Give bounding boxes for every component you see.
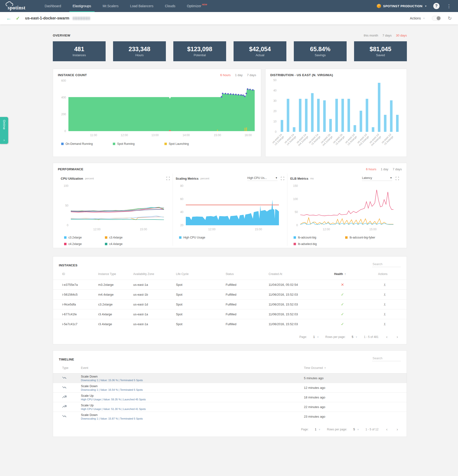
event-cell: Scale DownDownscaling 1 | Value: 15.06 %… xyxy=(81,375,304,382)
legend-swatch xyxy=(164,143,167,145)
scaling-metric-select[interactable]: High CPU Us... ▼ xyxy=(247,176,277,181)
nav-item-dashboard[interactable]: Dashboard xyxy=(39,0,67,12)
legend-label: c4.2xlarge xyxy=(68,242,82,246)
page-select[interactable]: 1▼ xyxy=(313,335,319,339)
timeline-row[interactable]: Scale DownDownscaling 1 | Value: 15.87 %… xyxy=(53,412,407,421)
nav-item-load-balancers[interactable]: Load Balancers xyxy=(124,0,159,12)
nav-item-optimizer[interactable]: OptimizerNEW xyxy=(181,0,213,12)
online-side-tab[interactable]: Online › xyxy=(0,117,8,144)
cell-id: i-5e7c41c7 xyxy=(62,322,98,326)
time-filter-6-hours[interactable]: 6 hours xyxy=(220,73,231,77)
health-ok-icon: ✓ xyxy=(334,312,378,316)
detach-instance-icon[interactable]: ✂ xyxy=(383,293,387,296)
page-select[interactable]: 1▼ xyxy=(315,428,321,431)
column-header-created-at[interactable]: Created At xyxy=(269,272,334,276)
time-filter-1-day[interactable]: 1 day xyxy=(235,73,243,77)
timeline-row[interactable]: Scale UpHigh CPU Usage | Value: 51.30 % … xyxy=(53,402,407,412)
expand-icon[interactable] xyxy=(281,177,284,180)
expand-icon[interactable] xyxy=(396,177,399,180)
page-label: Page: xyxy=(299,335,307,339)
legend-label: lb-adselect-big xyxy=(298,242,316,246)
kebab-menu-icon[interactable]: ⋮ xyxy=(446,3,452,9)
instance-row[interactable]: i-e3755e7am3.2xlargeus-east-1aSpotFulfil… xyxy=(53,280,407,289)
nav-item-clouds[interactable]: Clouds xyxy=(159,0,181,12)
rows-per-page-select[interactable]: 5▼ xyxy=(353,428,359,431)
instance-row[interactable]: i-5e7c41c7r3.4xlargeus-east-1aSpotFulfil… xyxy=(53,319,407,329)
instances-search-input[interactable] xyxy=(372,261,401,267)
time-filter-7-days[interactable]: 7 days xyxy=(393,167,402,171)
next-page-button[interactable]: › xyxy=(395,427,400,432)
timeline-row[interactable]: Scale UpHigh CPU Usage | Value: 59.35 % … xyxy=(53,392,407,402)
svg-text:11:00: 11:00 xyxy=(90,134,97,137)
time-filter-6-hours[interactable]: 6 hours xyxy=(366,167,376,171)
card-label: Actual xyxy=(256,53,264,57)
legend-item-on-demand-running: On-Demand Running xyxy=(61,142,113,145)
column-header-type[interactable]: Type xyxy=(62,366,81,370)
column-header-time-occurred[interactable]: Time Occurred↑ xyxy=(304,366,398,370)
nav-item-elastigroups[interactable]: Elastigroups xyxy=(67,0,97,12)
svg-text:50: 50 xyxy=(273,78,277,82)
overview-card-saved: $81,045Saved xyxy=(354,41,407,61)
instance-row[interactable]: i-561564c5m4.4xlargeus-east-1bSpotFulfil… xyxy=(53,289,407,299)
nav-item-mr-scalers[interactable]: Mr.Scalers xyxy=(97,0,124,12)
next-page-button[interactable]: › xyxy=(395,335,400,339)
prev-page-button[interactable]: ‹ xyxy=(385,427,389,432)
timeline-search-input[interactable] xyxy=(372,356,401,361)
legend-item-high-cpu-usage: High CPU Usage xyxy=(179,236,227,239)
detach-instance-icon[interactable]: ✂ xyxy=(383,313,387,316)
column-header-life-cycle[interactable]: Life Cycle xyxy=(176,272,226,276)
account-switcher[interactable]: SPOTINST PRODUCTION ▼ xyxy=(377,4,427,8)
top-nav: spotinst DashboardElastigroupsMr.Scalers… xyxy=(0,0,458,12)
cell-status: Fulfilled xyxy=(226,293,269,296)
time-filter-this-month[interactable]: this month xyxy=(364,34,378,37)
scaling-metrics-chart: 2040608012:0015:00 xyxy=(176,182,281,234)
rows-per-page-select[interactable]: 5▼ xyxy=(352,335,358,339)
legend-swatch xyxy=(64,243,67,245)
svg-text:150: 150 xyxy=(293,184,298,187)
cpu-legend: c3.2xlargec3.4xlargec4.2xlargec4.4xlarge xyxy=(64,236,170,246)
timeline-title: TIMELINE xyxy=(59,357,74,361)
cpu-metric-unit: percent xyxy=(85,177,94,180)
time-filter-7-days[interactable]: 7 days xyxy=(247,73,256,77)
column-header-actions[interactable]: Actions xyxy=(378,272,398,276)
help-button[interactable]: ? xyxy=(433,3,440,9)
group-toggle[interactable] xyxy=(432,16,441,21)
scale-down-icon xyxy=(62,414,81,419)
column-header-availability-zone[interactable]: Availability Zone xyxy=(133,272,176,276)
refresh-icon[interactable]: ↻ xyxy=(448,15,452,21)
cell-type: m4.4xlarge xyxy=(98,293,133,296)
new-badge: NEW xyxy=(202,3,207,6)
detach-instance-icon[interactable]: ✂ xyxy=(383,323,387,326)
time-filter-30-days[interactable]: 30 days xyxy=(396,34,407,37)
column-header-id[interactable]: ID xyxy=(62,272,98,276)
svg-text:200: 200 xyxy=(61,113,66,116)
timeline-pagination: Page: 1▼ Rows per page: 5▼ 1 - 5 of 12 ‹… xyxy=(53,421,407,437)
column-header-health[interactable]: Health↑ xyxy=(334,272,378,276)
back-arrow-icon[interactable]: ← xyxy=(6,15,11,21)
timeline-row[interactable]: Scale DownDownscaling 1 | Value: 16.54 %… xyxy=(53,383,407,392)
column-header-event[interactable]: Event xyxy=(81,366,304,370)
cell-lifecycle: Spot xyxy=(176,283,226,287)
elb-metric-select[interactable]: Latency ▼ xyxy=(362,176,392,181)
group-title: us-east-1-docker-swarm xyxy=(25,16,69,20)
prev-page-button[interactable]: ‹ xyxy=(385,335,389,339)
time-filter-1-day[interactable]: 1 day xyxy=(381,167,388,171)
column-header-status[interactable]: Status xyxy=(226,272,269,276)
timeline-row[interactable]: Scale DownDownscaling 1 | Value: 15.06 %… xyxy=(53,373,407,383)
legend-swatch xyxy=(64,236,67,239)
detach-instance-icon[interactable]: ✂ xyxy=(383,303,387,306)
detach-instance-icon[interactable]: ✂ xyxy=(383,283,387,286)
instance-row[interactable]: i-f4ce5dfac3.2xlargeus-east-1dSpotFulfil… xyxy=(53,299,407,309)
svg-text:0: 0 xyxy=(67,224,68,227)
card-label: Hours xyxy=(135,53,144,57)
expand-icon[interactable] xyxy=(166,177,170,180)
actions-button[interactable]: Actions ▼ xyxy=(410,16,425,20)
cell-lifecycle: Spot xyxy=(176,303,226,306)
instance-row[interactable]: i-677c41fer3.4xlargeus-east-1aSpotFulfil… xyxy=(53,309,407,319)
legend-item-c3-4xlarge: c3.4xlarge xyxy=(105,236,146,239)
column-header-instance-type[interactable]: Instance Type xyxy=(98,272,133,276)
time-filter-7-days[interactable]: 7 days xyxy=(382,34,391,37)
event-title: Scale Up xyxy=(81,394,304,398)
svg-text:0: 0 xyxy=(275,130,276,134)
spotinst-logo[interactable]: spotinst xyxy=(5,1,25,11)
